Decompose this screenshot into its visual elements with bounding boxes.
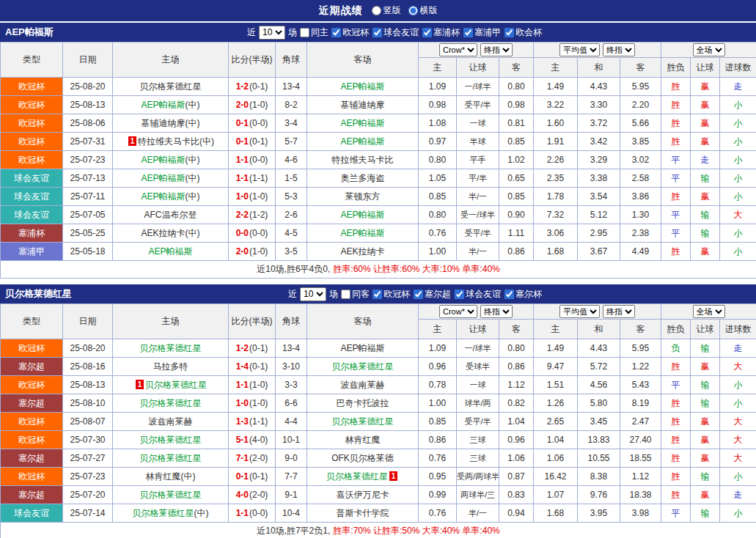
league-filter[interactable]: 球会友谊 — [455, 288, 501, 301]
handicap-stage-select[interactable]: 终指 — [480, 305, 513, 318]
away-team[interactable]: 贝尔格莱德红星 — [307, 413, 419, 431]
league-filter[interactable]: 塞浦甲 — [463, 26, 501, 39]
layout-radio-vertical[interactable]: 竖版 — [372, 4, 401, 17]
score-cell[interactable]: 1-1(0-0) — [229, 151, 276, 169]
score-cell[interactable]: 1-1(1-0) — [229, 376, 276, 394]
home-team[interactable]: AEP帕福斯 — [113, 243, 229, 261]
score-cell[interactable]: 1-0(1-0) — [229, 188, 276, 206]
score-cell[interactable]: 4-0(2-0) — [229, 486, 276, 504]
home-team[interactable]: 贝尔格莱德红星 — [113, 394, 229, 413]
league-filter[interactable]: 欧冠杯 — [373, 288, 410, 301]
away-team[interactable]: 莱顿东方 — [307, 188, 419, 206]
score-cell[interactable]: 1-0(1-0) — [229, 394, 276, 413]
away-team[interactable]: AEP帕福斯 — [307, 224, 419, 243]
away-team[interactable]: AEP帕福斯 — [307, 206, 419, 224]
score-cell[interactable]: 0-0(0-0) — [229, 224, 276, 243]
league-filter-checkbox[interactable] — [422, 28, 432, 37]
score-cell[interactable]: 1-3(1-1) — [229, 413, 276, 431]
score-cell[interactable]: 1-2(0-1) — [229, 339, 276, 358]
euro-stage-select[interactable]: 终指 — [603, 305, 635, 318]
league-filter[interactable]: 塞尔超 — [414, 288, 451, 301]
home-team[interactable]: 1特拉维夫马卡比(中) — [113, 133, 229, 151]
league-filter-checkbox[interactable] — [455, 290, 464, 299]
same-venue-filter[interactable]: 同客 — [341, 288, 370, 301]
average-select[interactable]: 平均值 — [559, 305, 600, 318]
away-team[interactable]: 波兹南莱赫 — [307, 376, 419, 394]
home-team[interactable]: 贝尔格莱德红星 — [113, 486, 229, 504]
home-team[interactable]: AEP帕福斯(中) — [113, 169, 229, 188]
away-team[interactable]: 普斯卡什学院 — [307, 504, 419, 523]
euro-stage-select[interactable]: 终指 — [603, 43, 635, 56]
home-team[interactable]: AEP帕福斯(中) — [113, 96, 229, 114]
away-team[interactable]: 林肯红魔 — [307, 431, 419, 449]
home-team[interactable]: 贝尔格莱德红星 — [113, 431, 229, 449]
score-cell[interactable]: 1-1(1-1) — [229, 169, 276, 188]
same-venue-checkbox[interactable] — [341, 290, 351, 299]
home-team[interactable]: 贝尔格莱德红星(中) — [113, 504, 229, 523]
score-cell[interactable]: 1-1(0-0) — [229, 504, 276, 523]
home-team[interactable]: 马拉多特 — [113, 358, 229, 376]
home-team[interactable]: 林肯红魔(中) — [113, 468, 229, 486]
home-team[interactable]: 贝尔格莱德红星 — [113, 449, 229, 468]
average-select[interactable]: 平均值 — [559, 43, 600, 56]
away-team[interactable]: 巴奇卡托波拉 — [307, 394, 419, 413]
score-cell[interactable]: 2-2(1-2) — [229, 206, 276, 224]
away-team[interactable]: 基辅迪纳摩 — [307, 96, 419, 114]
league-filter-checkbox[interactable] — [463, 28, 473, 37]
away-team[interactable]: 特拉维夫马卡比 — [307, 151, 419, 169]
score-cell[interactable]: 0-1(0-1) — [229, 133, 276, 151]
layout-radio-horizontal[interactable]: 横版 — [408, 4, 438, 17]
home-team[interactable]: 波兹南莱赫 — [113, 413, 229, 431]
league-filter[interactable]: 球会友谊 — [373, 26, 419, 39]
away-team[interactable]: 贝尔格莱德红星1 — [307, 468, 419, 486]
same-venue-checkbox[interactable] — [300, 28, 309, 37]
home-team[interactable]: 贝尔格莱德红星 — [113, 78, 229, 96]
score-cell[interactable]: 0-1(0-1) — [229, 468, 276, 486]
league-filter-checkbox[interactable] — [504, 290, 514, 299]
league-filter[interactable]: 欧冠杯 — [331, 26, 369, 39]
home-team[interactable]: AEP帕福斯(中) — [113, 151, 229, 169]
bookmaker-select[interactable]: Crow* — [439, 305, 477, 318]
score-cell[interactable]: 1-2(0-1) — [229, 78, 276, 96]
league-filter-checkbox[interactable] — [414, 290, 423, 299]
league-filter[interactable]: 塞尔杯 — [504, 288, 542, 301]
away-team[interactable]: AEP帕福斯 — [307, 78, 419, 96]
away-team[interactable]: AEP帕福斯 — [307, 114, 419, 133]
handicap-stage-select[interactable]: 终指 — [480, 43, 513, 56]
home-team[interactable]: 贝尔格莱德红星 — [113, 339, 229, 358]
bookmaker-select[interactable]: Crow* — [439, 43, 477, 56]
away-team[interactable]: OFK贝尔格莱德 — [307, 449, 419, 468]
league-filter[interactable]: 塞浦杯 — [422, 26, 460, 39]
away-team[interactable]: 奥兰多海盗 — [307, 169, 419, 188]
away-team[interactable]: 贝尔格莱德红星 — [307, 358, 419, 376]
away-team[interactable]: AEK拉纳卡 — [307, 243, 419, 261]
scope-select[interactable]: 全场 — [693, 305, 725, 318]
result-goals: 大 — [720, 431, 756, 449]
radio-icon[interactable] — [372, 6, 381, 15]
score-cell[interactable]: 5-1(4-0) — [229, 431, 276, 449]
away-team[interactable]: AEP帕福斯 — [307, 339, 419, 358]
league-filter-checkbox[interactable] — [373, 290, 382, 299]
recent-count-select[interactable]: 10 — [259, 26, 285, 40]
recent-count-select[interactable]: 10 — [300, 287, 326, 301]
score-cell[interactable]: 2-0(1-0) — [229, 96, 276, 114]
handicap-odds-home: 0.80 — [419, 151, 457, 169]
home-team[interactable]: AFC温布尔登 — [113, 206, 229, 224]
league-filter-checkbox[interactable] — [373, 28, 382, 37]
score-cell[interactable]: 0-1(0-0) — [229, 114, 276, 133]
league-filter[interactable]: 欧会杯 — [504, 26, 542, 39]
radio-icon[interactable] — [408, 6, 418, 15]
home-team[interactable]: 1贝尔格莱德红星 — [113, 376, 229, 394]
home-team[interactable]: 基辅迪纳摩(中) — [113, 114, 229, 133]
score-cell[interactable]: 1-4(0-1) — [229, 358, 276, 376]
scope-select[interactable]: 全场 — [693, 43, 725, 56]
away-team[interactable]: AEP帕福斯 — [307, 133, 419, 151]
score-cell[interactable]: 7-1(2-0) — [229, 449, 276, 468]
score-cell[interactable]: 2-0(1-0) — [229, 243, 276, 261]
league-filter-checkbox[interactable] — [504, 28, 514, 37]
home-team[interactable]: AEK拉纳卡(中) — [113, 224, 229, 243]
same-venue-filter[interactable]: 同主 — [300, 26, 329, 39]
league-filter-checkbox[interactable] — [331, 28, 341, 37]
away-team[interactable]: 嘉沃伊万尼卡 — [307, 486, 419, 504]
home-team[interactable]: AEP帕福斯(中) — [113, 188, 229, 206]
